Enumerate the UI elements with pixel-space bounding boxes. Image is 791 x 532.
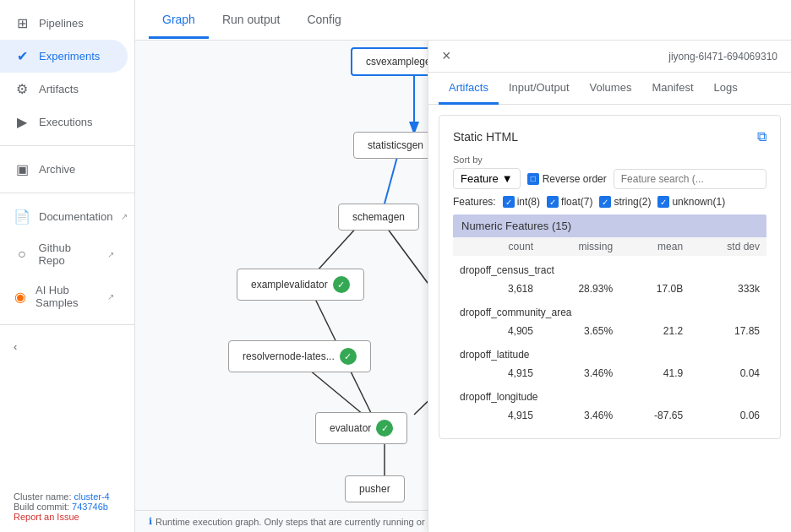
missing-cell: 3.65% [540, 322, 619, 340]
sort-field-value: Feature [461, 172, 499, 185]
node-label: examplevalidator [251, 279, 328, 290]
sidebar-item-label: Documentation [39, 210, 112, 223]
node-label: evaluator [330, 422, 371, 434]
stddev-cell: 17.85 [690, 322, 766, 340]
stddev-cell: 333k [690, 280, 766, 298]
tab-config[interactable]: Config [293, 3, 354, 39]
feature-name: dropoff_latitude [453, 340, 766, 364]
panel-tab-logs[interactable]: Logs [704, 73, 748, 105]
feature-name: dropoff_longitude [453, 383, 766, 406]
svg-line-1 [385, 157, 397, 204]
tab-run-output[interactable]: Run output [209, 3, 294, 39]
panel-content: Static HTML ⧉ Sort by Feature ▼ □ [428, 105, 791, 532]
missing-cell: 28.93% [540, 280, 619, 298]
build-info: Build commit: 743746b [14, 502, 121, 512]
node-schemagen[interactable]: schemagen [338, 204, 419, 231]
sidebar-item-archive[interactable]: ▣ Archive [0, 153, 128, 186]
panel-tab-artifacts[interactable]: Artifacts [439, 73, 499, 105]
int-checkbox[interactable]: ✓ [503, 196, 515, 208]
stddev-cell: 0.06 [690, 406, 766, 425]
table-row: dropoff_latitude [453, 340, 766, 364]
node-examplevalidator[interactable]: examplevalidator ✓ [237, 269, 364, 301]
bottom-bar-text: Runtime execution graph. Only steps that… [155, 517, 456, 527]
panel-tab-manifest[interactable]: Manifest [641, 73, 703, 105]
sidebar-item-aihub[interactable]: ◉ AI Hub Samples ↗ [0, 275, 128, 318]
main-tabs-bar: Graph Run output Config [135, 0, 791, 41]
sidebar-item-github[interactable]: ○ Github Repo ↗ [0, 233, 128, 275]
github-icon: ○ [14, 247, 30, 262]
unknown-checkbox[interactable]: ✓ [657, 196, 669, 208]
panel-run-id: jiyong-6l471-694069310 [668, 51, 777, 62]
table-row: dropoff_census_tract [453, 256, 766, 280]
sidebar-item-pipelines[interactable]: ⊞ Pipelines [0, 7, 128, 40]
report-issue-link[interactable]: Report an Issue [14, 512, 79, 522]
tab-graph[interactable]: Graph [149, 3, 209, 39]
col-stddev: std dev [690, 237, 766, 256]
cluster-label: Cluster name: [14, 491, 71, 502]
node-label: statisticsgen [368, 139, 423, 151]
feature-int-check[interactable]: ✓ int(8) [503, 196, 540, 208]
sort-controls: Feature ▼ □ Reverse order [453, 168, 766, 189]
string-checkbox[interactable]: ✓ [599, 196, 611, 208]
sort-dropdown[interactable]: Feature ▼ [453, 168, 521, 189]
sidebar-item-label: Executions [39, 116, 93, 128]
node-statisticsgen[interactable]: statisticsgen [353, 132, 438, 159]
feature-search-input[interactable] [614, 169, 766, 189]
feature-name: dropoff_census_tract [453, 256, 766, 280]
external-icon: ↗ [107, 250, 114, 259]
col-missing: missing [540, 237, 619, 256]
pipelines-icon: ⊞ [14, 15, 30, 31]
reverse-order-control: □ Reverse order [527, 173, 607, 185]
table-row: dropoff_community_area [453, 298, 766, 322]
sidebar-item-artifacts[interactable]: ⚙ Artifacts [0, 73, 128, 106]
missing-cell: 3.46% [540, 364, 619, 383]
sort-by-label: Sort by [453, 155, 766, 165]
aihub-icon: ◉ [14, 289, 27, 305]
sidebar-item-executions[interactable]: ▶ Executions [0, 106, 128, 138]
archive-icon: ▣ [14, 161, 30, 177]
node-resolvernode[interactable]: resolvernode-lates... ✓ [228, 340, 371, 372]
float-checkbox[interactable]: ✓ [547, 196, 559, 208]
sidebar-item-label: Experiments [39, 50, 100, 62]
external-icon: ↗ [121, 212, 128, 221]
count-cell: 3,618 [476, 280, 540, 298]
check-icon: ✓ [376, 420, 393, 437]
node-evaluator[interactable]: evaluator ✓ [315, 412, 407, 444]
executions-icon: ▶ [14, 114, 30, 130]
sidebar-footer: Cluster name: cluster-4 Build commit: 74… [0, 481, 134, 532]
sidebar-item-label: Pipelines [39, 17, 84, 30]
panel-overlay: × jiyong-6l471-694069310 Artifacts Input… [428, 41, 791, 532]
feature-unknown-check[interactable]: ✓ unknown(1) [657, 196, 725, 208]
sidebar-item-documentation[interactable]: 📄 Documentation ↗ [0, 200, 128, 233]
card-title-row: Static HTML ⧉ [453, 129, 766, 144]
sidebar-item-label: AI Hub Samples [35, 284, 99, 309]
col-mean: mean [619, 237, 690, 256]
reverse-order-checkbox[interactable]: □ [527, 173, 539, 185]
svg-line-2 [317, 225, 359, 271]
feature-string-check[interactable]: ✓ string(2) [599, 196, 651, 208]
node-pusher[interactable]: pusher [345, 475, 405, 502]
sidebar-collapse-button[interactable]: ‹ [0, 332, 128, 361]
external-link-icon[interactable]: ⧉ [757, 129, 766, 144]
panel-close-button[interactable]: × [442, 47, 451, 65]
experiments-icon: ✔ [14, 48, 30, 64]
cluster-link[interactable]: cluster-4 [74, 491, 110, 502]
sidebar-item-label: Github Repo [39, 242, 99, 267]
sidebar-item-experiments[interactable]: ✔ Experiments [0, 40, 128, 73]
panel-tab-volumes[interactable]: Volumes [580, 73, 642, 105]
sidebar-item-label: Archive [39, 163, 75, 176]
feature-float-check[interactable]: ✓ float(7) [547, 196, 592, 208]
main-content: Graph Run output Config [135, 0, 791, 532]
panel-tab-inputoutput[interactable]: Input/Output [499, 73, 580, 105]
build-link[interactable]: 743746b [72, 502, 108, 512]
divider-2 [0, 193, 134, 193]
mean-cell: -87.65 [619, 406, 690, 425]
table-row: 4,915 3.46% 41.9 0.04 [453, 364, 766, 383]
features-label: Features: [453, 196, 496, 208]
panel-tabs: Artifacts Input/Output Volumes Manifest … [428, 73, 791, 105]
node-label: csvexampleger [366, 56, 434, 68]
int-label: int(8) [517, 196, 540, 208]
graph-area: csvexampleger statisticsgen schemagen ex… [135, 41, 791, 532]
mean-cell: 17.0B [619, 280, 690, 298]
divider-1 [0, 145, 134, 146]
